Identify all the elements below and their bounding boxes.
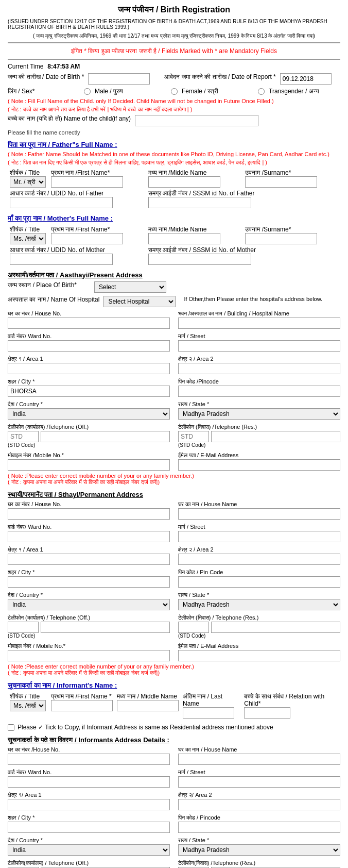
house-no-fg: घर का नंबर / House No. bbox=[8, 310, 170, 329]
perm-street-input[interactable] bbox=[178, 531, 340, 542]
inf-area2-input[interactable] bbox=[178, 799, 340, 810]
informant-last-name-input[interactable] bbox=[183, 707, 234, 719]
state-select[interactable]: Madhya Pradesh bbox=[178, 408, 340, 420]
father-note1: ( Note : Father Name Should be Matched i… bbox=[8, 151, 340, 157]
area2-input[interactable] bbox=[178, 363, 340, 374]
building-input[interactable] bbox=[178, 318, 340, 329]
inf-street-input[interactable] bbox=[178, 776, 340, 788]
mother-aadhar-input[interactable] bbox=[10, 254, 113, 265]
father-first-name-input[interactable] bbox=[51, 176, 123, 188]
perm-tel-res-std-input[interactable] bbox=[178, 622, 209, 633]
hospital-select[interactable]: Select Hospital bbox=[103, 296, 176, 307]
city-input[interactable] bbox=[8, 386, 170, 397]
pincode-input[interactable] bbox=[178, 386, 340, 397]
perm-email-fg: ईमेल पता / E-Mail Address bbox=[178, 643, 340, 661]
tel-res-label: टेलीफोन (निवास) /Telephone (Res.) bbox=[178, 424, 340, 430]
tel-res-std-input[interactable] bbox=[178, 431, 209, 442]
perm-city-label: शहर / City * bbox=[8, 569, 170, 576]
mother-first-name-input[interactable] bbox=[51, 233, 123, 244]
perm-tel-off-label: टेलीफोन (कार्यालय) / Telephone (Off.) bbox=[8, 614, 170, 621]
present-address-title: अस्थायी/वर्तमान पता / Aasthayi/Present A… bbox=[8, 271, 340, 279]
informant-first-name-input[interactable] bbox=[51, 700, 113, 711]
inf-city-input[interactable] bbox=[8, 822, 170, 833]
informant-title-select[interactable]: Ms. /सखी bbox=[10, 700, 46, 711]
mobile-fg: मोबाइल नंबर /Mobile No.* bbox=[8, 452, 170, 471]
tel-off-input[interactable] bbox=[41, 431, 170, 442]
inf-state-fg: राज्य / State * Madhya Pradesh bbox=[178, 837, 340, 856]
informant-middle-name-input[interactable] bbox=[117, 700, 179, 711]
inf-pincode-input[interactable] bbox=[178, 822, 340, 833]
inf-country-select[interactable]: India bbox=[8, 844, 170, 856]
email-input[interactable] bbox=[178, 459, 340, 471]
perm-tel-res-input[interactable] bbox=[211, 622, 340, 633]
father-middle-name-input[interactable] bbox=[148, 176, 220, 188]
mother-sssm-input[interactable] bbox=[148, 254, 251, 265]
inf-area1-input[interactable] bbox=[8, 799, 170, 810]
perm-ward-label: वार्ड नंबर/ Ward No. bbox=[8, 524, 170, 530]
sex-male-radio[interactable] bbox=[84, 88, 91, 95]
father-title-select[interactable]: Mr. / श्री bbox=[10, 176, 46, 188]
sex-label: लिंग / Sex* bbox=[8, 88, 80, 95]
informant-relation-input[interactable] bbox=[244, 707, 290, 719]
perm-house-no-input[interactable] bbox=[8, 508, 170, 520]
country-label: देश / Country * bbox=[8, 401, 170, 408]
place-of-birth-select[interactable]: Select Hospital Home Other bbox=[94, 281, 166, 293]
child-name-input[interactable] bbox=[135, 115, 258, 126]
tick-copy-checkbox[interactable] bbox=[8, 724, 14, 731]
area1-input[interactable] bbox=[8, 363, 170, 374]
informant-first-name-label: प्रथम नाम /First Name * bbox=[51, 693, 112, 700]
report-date-label: आवेदन जमा करने की तारीख / Date of Report… bbox=[164, 73, 275, 80]
mother-middle-name-input[interactable] bbox=[148, 233, 220, 244]
perm-country-select[interactable]: India bbox=[8, 599, 170, 610]
mother-title-select[interactable]: Ms. /सखी bbox=[10, 233, 46, 244]
dob-input[interactable] bbox=[88, 73, 150, 85]
mother-surname-input[interactable] bbox=[245, 233, 317, 244]
father-surname-input[interactable] bbox=[245, 176, 317, 188]
place-of-birth-label: जन्म स्थान / Place Of Birth* bbox=[8, 281, 90, 289]
hospital-name-label: अस्पताल का नाम / Name Of Hospital bbox=[8, 296, 99, 303]
mother-name-table: शीर्षक / Title Ms. /सखी प्रथम नाम /First… bbox=[8, 225, 340, 266]
child-name-note: Please fill the name correctly bbox=[8, 129, 340, 136]
sex-transgender-radio[interactable] bbox=[258, 88, 265, 95]
report-date-input[interactable] bbox=[280, 73, 332, 85]
tel-res-input[interactable] bbox=[211, 431, 340, 442]
current-time-row: Current Time 8:47:53 AM bbox=[8, 63, 340, 70]
perm-tel-off-input[interactable] bbox=[41, 622, 170, 633]
ward-no-input[interactable] bbox=[8, 340, 170, 352]
country-select[interactable]: India bbox=[8, 408, 170, 420]
inf-house-no-input[interactable] bbox=[8, 754, 170, 765]
inf-ward-input[interactable] bbox=[8, 776, 170, 788]
mobile-note1: ( Note :Please enter correct mobile numb… bbox=[8, 473, 340, 479]
inf-house-name-input[interactable] bbox=[178, 754, 340, 765]
perm-area1-input[interactable] bbox=[8, 554, 170, 565]
perm-email-input[interactable] bbox=[178, 650, 340, 661]
street-input[interactable] bbox=[178, 340, 340, 352]
perm-tel-off-std-input[interactable] bbox=[8, 622, 39, 633]
mobile-input[interactable] bbox=[8, 459, 170, 471]
perm-house-name-input[interactable] bbox=[178, 508, 340, 520]
perm-std-res-label: (STD Code) bbox=[178, 633, 340, 639]
perm-street-label: मार्ग / Street bbox=[178, 524, 340, 530]
perm-city-input[interactable] bbox=[8, 576, 170, 588]
child-note2: ( नोट : बच्चे का नाम आपने तय कर लिया है … bbox=[8, 106, 340, 113]
perm-pincode-input[interactable] bbox=[178, 576, 340, 588]
state-label: राज्य / State * bbox=[178, 401, 340, 408]
tel-off-std-input[interactable] bbox=[8, 431, 39, 442]
perm-house-name-label: घर का नाम / House Name bbox=[178, 501, 340, 508]
father-name-table: शीर्षक / Title Mr. / श्री प्रथम नाम /Fir… bbox=[8, 168, 340, 209]
perm-ward-input[interactable] bbox=[8, 531, 170, 542]
inf-state-select[interactable]: Madhya Pradesh bbox=[178, 844, 340, 856]
house-no-input[interactable] bbox=[8, 318, 170, 329]
father-aadhar-input[interactable] bbox=[10, 197, 113, 208]
perm-pincode-fg: पिन कोड / Pin Code bbox=[178, 569, 340, 588]
inf-city-fg: शहर / City * bbox=[8, 814, 170, 833]
perm-area2-input[interactable] bbox=[178, 554, 340, 565]
perm-area1-label: क्षेत्र १ / Area 1 bbox=[8, 546, 170, 553]
building-label: भवन /अस्पताल का नाम / Building / Hospita… bbox=[178, 310, 340, 317]
perm-area2-label: क्षेत्र २ / Area 2 bbox=[178, 546, 340, 553]
father-sssm-input[interactable] bbox=[148, 197, 251, 208]
sex-female-radio[interactable] bbox=[171, 88, 178, 95]
perm-city-fg: शहर / City * bbox=[8, 569, 170, 588]
perm-mobile-input[interactable] bbox=[8, 650, 170, 661]
perm-state-select[interactable]: Madhya Pradesh bbox=[178, 599, 340, 610]
